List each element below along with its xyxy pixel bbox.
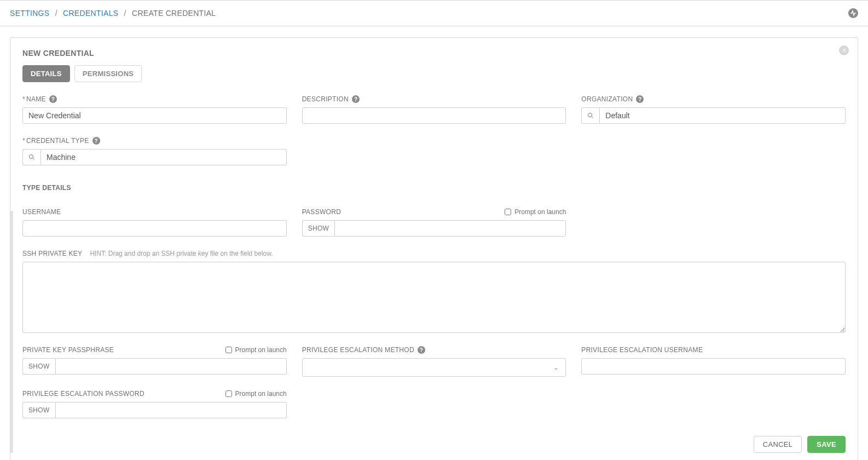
svg-point-2 bbox=[30, 155, 33, 159]
show-button[interactable]: SHOW bbox=[22, 358, 55, 375]
description-input[interactable] bbox=[302, 107, 566, 124]
name-input[interactable] bbox=[22, 107, 287, 124]
show-button[interactable]: SHOW bbox=[302, 220, 335, 237]
field-credential-type: *CREDENTIAL TYPE ? bbox=[22, 136, 287, 165]
password-prompt-checkbox[interactable]: Prompt on launch bbox=[505, 208, 566, 216]
page: NEW CREDENTIAL ✕ DETAILS PERMISSIONS *NA… bbox=[0, 26, 868, 460]
help-icon[interactable]: ? bbox=[636, 95, 644, 103]
form-footer: CANCEL SAVE bbox=[22, 436, 846, 453]
priv-esc-username-input[interactable] bbox=[581, 358, 846, 375]
top-bar: SETTINGS / CREDENTIALS / CREATE CREDENTI… bbox=[0, 0, 868, 26]
field-description: DESCRIPTION ? bbox=[302, 94, 566, 124]
svg-point-0 bbox=[588, 113, 592, 117]
credential-panel: NEW CREDENTIAL ✕ DETAILS PERMISSIONS *NA… bbox=[10, 37, 858, 460]
breadcrumb-settings[interactable]: SETTINGS bbox=[10, 9, 49, 18]
priv-esc-password-input[interactable] bbox=[55, 402, 287, 418]
priv-esc-password-prompt-checkbox[interactable]: Prompt on launch bbox=[225, 390, 287, 398]
priv-esc-method-select[interactable]: ⌄ bbox=[302, 358, 566, 377]
field-organization: ORGANIZATION ? bbox=[581, 94, 846, 124]
search-icon[interactable] bbox=[22, 149, 40, 165]
field-username: USERNAME bbox=[22, 207, 287, 237]
breadcrumb-credentials[interactable]: CREDENTIALS bbox=[63, 9, 118, 18]
passphrase-input[interactable] bbox=[55, 358, 287, 375]
organization-input[interactable] bbox=[599, 107, 846, 124]
tab-details[interactable]: DETAILS bbox=[22, 65, 70, 82]
search-icon[interactable] bbox=[581, 107, 599, 124]
svg-line-1 bbox=[592, 117, 593, 118]
field-ssh-private-key: SSH PRIVATE KEY HINT: Drag and drop an S… bbox=[22, 249, 846, 333]
field-priv-esc-method: PRIVILEGE ESCALATION METHOD ? ⌄ bbox=[302, 345, 566, 377]
passphrase-prompt-checkbox[interactable]: Prompt on launch bbox=[225, 346, 287, 354]
field-priv-esc-username: PRIVILEGE ESCALATION USERNAME bbox=[581, 345, 846, 377]
cancel-button[interactable]: CANCEL bbox=[754, 436, 802, 453]
svg-line-3 bbox=[33, 158, 34, 160]
tab-permissions[interactable]: PERMISSIONS bbox=[74, 65, 142, 82]
chevron-down-icon: ⌄ bbox=[553, 364, 559, 371]
field-name: *NAME ? bbox=[22, 94, 287, 124]
save-button[interactable]: SAVE bbox=[807, 436, 846, 453]
breadcrumb: SETTINGS / CREDENTIALS / CREATE CREDENTI… bbox=[10, 9, 216, 18]
help-icon[interactable]: ? bbox=[418, 346, 425, 354]
username-input[interactable] bbox=[22, 220, 287, 237]
ssh-hint: HINT: Drag and drop an SSH private key f… bbox=[90, 250, 273, 257]
tabs: DETAILS PERMISSIONS bbox=[22, 65, 846, 82]
help-icon[interactable]: ? bbox=[92, 137, 100, 145]
activity-icon[interactable] bbox=[848, 8, 858, 18]
help-icon[interactable]: ? bbox=[49, 95, 57, 103]
close-icon[interactable]: ✕ bbox=[839, 45, 849, 55]
breadcrumb-current: CREATE CREDENTIAL bbox=[132, 9, 216, 18]
field-priv-esc-password: PRIVILEGE ESCALATION PASSWORD Prompt on … bbox=[22, 389, 287, 418]
panel-title: NEW CREDENTIAL bbox=[22, 49, 846, 58]
field-password: PASSWORD Prompt on launch SHOW bbox=[302, 207, 566, 237]
show-button[interactable]: SHOW bbox=[22, 402, 55, 418]
help-icon[interactable]: ? bbox=[352, 95, 360, 103]
credential-type-input[interactable] bbox=[40, 149, 287, 165]
password-input[interactable] bbox=[334, 220, 566, 237]
type-details-heading: TYPE DETAILS bbox=[22, 184, 846, 192]
ssh-private-key-input[interactable] bbox=[22, 262, 846, 333]
field-private-key-passphrase: PRIVATE KEY PASSPHRASE Prompt on launch … bbox=[22, 345, 287, 377]
